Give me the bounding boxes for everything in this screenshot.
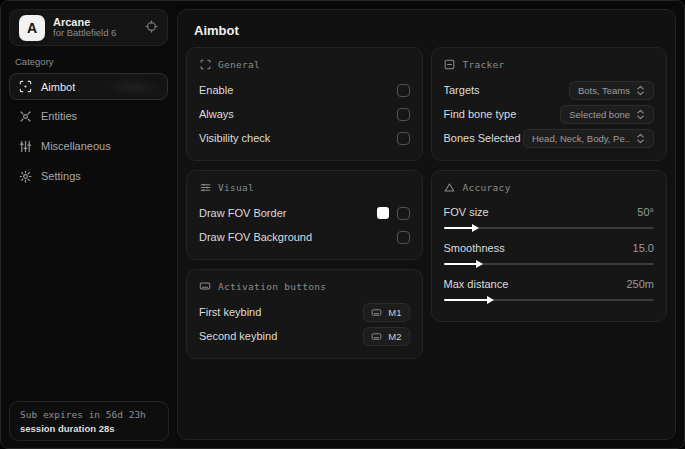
dropdown-value: Selected bone [569,109,630,120]
app-title-block: Arcane for Battlefield 6 [53,16,137,40]
smoothness-slider[interactable] [444,263,655,265]
setting-label: First keybind [199,306,261,318]
scan-frame-icon [199,58,211,70]
setting-label: Visibility check [199,132,270,144]
keybind-value: M2 [388,331,401,342]
setting-row-draw-fov-border: Draw FOV Border [199,202,410,224]
setting-row-visibility-check: Visibility check [199,127,410,149]
draw-fov-background-checkbox[interactable] [397,231,410,244]
section-title: Visual [218,182,254,193]
main-panel: Aimbot General Enable [177,9,676,440]
max-distance-slider[interactable] [444,299,655,301]
second-keybind-button[interactable]: M2 [363,327,409,346]
section-title: Accuracy [463,182,511,193]
sub-expires-text: Sub expires in 56d 23h [20,409,158,420]
page-title: Aimbot [178,10,675,47]
activation-header: Activation buttons [199,280,410,292]
slider-value: 50° [637,206,654,218]
bones-selected-dropdown[interactable]: Head, Neck, Body, Pe.. [523,129,654,148]
dropdown-value: Head, Neck, Body, Pe.. [532,133,630,144]
slider-value: 15.0 [633,242,654,254]
sidebar: A Arcane for Battlefield 6 Category [1,1,176,448]
unfold-more-icon [636,109,645,120]
fov-size-slider[interactable] [444,227,655,229]
setting-row-draw-fov-background: Draw FOV Background [199,226,410,248]
sidebar-item-label: Entities [41,110,77,122]
first-keybind-button[interactable]: M1 [363,303,409,322]
session-duration-text: session duration 28s [20,423,158,434]
smoothness-slider-row: Smoothness 15.0 [444,238,655,265]
tracker-header: Tracker [444,58,655,70]
left-column: General Enable Always Visibility check [186,47,423,359]
slider-value: 250m [626,278,654,290]
triangle-icon [444,181,456,193]
setting-row-bones-selected: Bones Selected Head, Neck, Body, Pe.. [444,127,655,149]
setting-label: Bones Selected [444,132,521,144]
setting-label: Always [199,108,234,120]
section-title: Tracker [463,59,505,70]
unfold-more-icon [636,85,645,96]
setting-row-second-keybind: Second keybind M2 [199,325,410,347]
targets-dropdown[interactable]: Bots, Teams [569,81,654,100]
sidebar-item-settings[interactable]: Settings [9,164,168,188]
gear-icon [19,170,32,183]
sliders-horizontal-icon [199,181,211,193]
keyboard-icon [371,307,382,318]
setting-row-first-keybind: First keybind M1 [199,301,410,323]
fov-size-slider-row: FOV size 50° [444,202,655,229]
app-header-card: A Arcane for Battlefield 6 [9,9,168,46]
tracker-card: Tracker Targets Bots, Teams Find bone ty… [431,47,668,161]
sidebar-item-label: Miscellaneous [41,140,111,152]
setting-label: Max distance [444,278,509,290]
setting-label: Enable [199,84,233,96]
sidebar-item-miscellaneous[interactable]: Miscellaneous [9,134,168,158]
always-checkbox[interactable] [397,108,410,121]
setting-row-targets: Targets Bots, Teams [444,79,655,101]
sidebar-item-label: Settings [41,170,81,182]
app-window: A Arcane for Battlefield 6 Category [0,0,685,449]
app-logo: A [19,15,45,41]
setting-label: Find bone type [444,108,517,120]
crosshair-icon [19,80,32,93]
setting-label: Second keybind [199,330,277,342]
sidebar-item-label: Aimbot [41,81,75,93]
refresh-target-icon[interactable] [145,20,158,35]
keyboard-icon [199,280,211,292]
sidebar-item-aimbot[interactable]: Aimbot [9,73,168,100]
keybind-value: M1 [388,307,401,318]
sidebar-nav: Aimbot Entities Miscel [1,73,176,188]
enable-checkbox[interactable] [397,84,410,97]
setting-row-always: Always [199,103,410,125]
content-columns: General Enable Always Visibility check [178,47,675,359]
accuracy-card: Accuracy FOV size 50° Smoothness [431,170,668,322]
dropdown-value: Bots, Teams [578,85,630,96]
right-column: Tracker Targets Bots, Teams Find bone ty… [431,47,668,322]
section-title: General [218,59,260,70]
setting-label: Draw FOV Background [199,231,312,243]
subscription-box: Sub expires in 56d 23h session duration … [9,401,169,441]
square-minus-icon [444,58,456,70]
fov-border-color-swatch[interactable] [377,207,389,219]
activation-card: Activation buttons First keybind M1 Seco… [186,269,423,359]
setting-row-find-bone-type: Find bone type Selected bone [444,103,655,125]
max-distance-slider-row: Max distance 250m [444,274,655,301]
section-title: Activation buttons [218,281,326,292]
setting-label: Targets [444,84,480,96]
visual-card: Visual Draw FOV Border Draw FOV Backgrou… [186,170,423,260]
setting-row-enable: Enable [199,79,410,101]
unfold-more-icon [636,133,645,144]
find-bone-type-dropdown[interactable]: Selected bone [560,105,654,124]
setting-label: Draw FOV Border [199,207,286,219]
visibility-check-checkbox[interactable] [397,132,410,145]
draw-fov-border-checkbox[interactable] [397,207,410,220]
accuracy-header: Accuracy [444,181,655,193]
setting-label: Smoothness [444,242,505,254]
general-card: General Enable Always Visibility check [186,47,423,161]
setting-label: FOV size [444,206,489,218]
sidebar-item-entities[interactable]: Entities [9,104,168,128]
entities-icon [19,110,32,123]
keyboard-icon [371,331,382,342]
app-subtitle: for Battlefield 6 [53,28,137,39]
sliders-vertical-icon [19,140,32,153]
general-header: General [199,58,410,70]
